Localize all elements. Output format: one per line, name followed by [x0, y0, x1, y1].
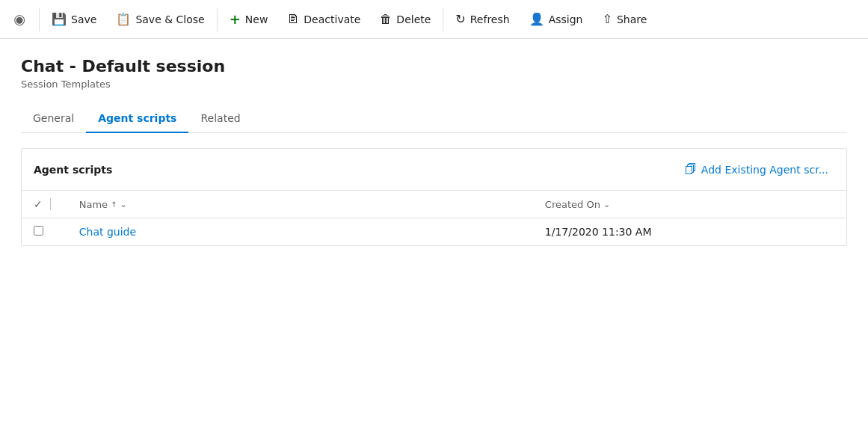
table-row: Chat guide 1/17/2020 11:30 AM — [22, 218, 846, 246]
section-title: Agent scripts — [34, 164, 112, 176]
row-name-link[interactable]: Chat guide — [79, 226, 136, 238]
column-divider — [50, 198, 51, 210]
save-icon: 💾 — [52, 13, 67, 25]
section-header: Agent scripts 🗍 Add Existing Agent scr..… — [22, 149, 846, 191]
column-created-on[interactable]: Created On ⌄ — [533, 191, 846, 218]
refresh-button[interactable]: ↻ Refresh — [446, 9, 518, 30]
page-title: Chat - Default session — [21, 57, 847, 76]
add-existing-label: Add Existing Agent scr... — [701, 164, 828, 176]
save-close-button[interactable]: 📋 Save & Close — [107, 9, 213, 30]
toolbar-separator-3 — [443, 7, 443, 31]
add-existing-icon: 🗍 — [685, 162, 697, 176]
check-icon[interactable]: ✓ — [34, 198, 43, 210]
deactivate-icon: 🖹 — [287, 13, 299, 25]
assign-label: Assign — [549, 13, 583, 25]
share-label: Share — [617, 13, 647, 25]
share-button[interactable]: ⇧ Share — [593, 9, 656, 30]
save-button[interactable]: 💾 Save — [43, 9, 105, 30]
delete-icon: 🗑 — [380, 13, 392, 25]
column-check: ✓ — [22, 191, 67, 218]
new-label: New — [245, 13, 268, 25]
toolbar-separator-2 — [217, 7, 218, 31]
deactivate-button[interactable]: 🖹 Deactivate — [278, 9, 369, 30]
name-chevron-down-icon[interactable]: ⌄ — [120, 200, 126, 209]
share-icon: ⇧ — [602, 13, 612, 25]
assign-icon: 👤 — [529, 13, 544, 25]
created-on-chevron-down-icon[interactable]: ⌄ — [603, 200, 610, 209]
add-existing-button[interactable]: 🗍 Add Existing Agent scr... — [679, 159, 834, 179]
assign-button[interactable]: 👤 Assign — [520, 9, 592, 30]
refresh-label: Refresh — [470, 13, 510, 25]
tab-agent-scripts[interactable]: Agent scripts — [86, 105, 188, 133]
tabs-container: General Agent scripts Related — [21, 105, 847, 133]
page-subtitle: Session Templates — [21, 79, 847, 90]
toolbar-separator-1 — [39, 7, 40, 31]
refresh-icon: ↻ — [455, 13, 465, 25]
deactivate-label: Deactivate — [304, 13, 360, 25]
save-label: Save — [71, 13, 96, 25]
tab-general[interactable]: General — [21, 105, 86, 133]
name-sort-icons[interactable]: ↑ — [111, 200, 117, 209]
page-content: Chat - Default session Session Templates… — [0, 39, 868, 246]
delete-label: Delete — [396, 13, 431, 25]
row-check-cell[interactable] — [22, 218, 67, 246]
delete-button[interactable]: 🗑 Delete — [371, 9, 440, 30]
column-name-label: Name — [79, 199, 108, 210]
toolbar: ◉ 💾 Save 📋 Save & Close + New 🖹 Deactiva… — [0, 0, 868, 39]
row-checkbox[interactable] — [34, 226, 43, 236]
new-button[interactable]: + New — [221, 8, 277, 31]
save-close-label: Save & Close — [135, 13, 204, 25]
agent-scripts-section: Agent scripts 🗍 Add Existing Agent scr..… — [21, 148, 847, 246]
sort-asc-icon: ↑ — [111, 200, 117, 209]
row-created-cell: 1/17/2020 11:30 AM — [533, 218, 846, 246]
table-header-row: ✓ Name ↑ ⌄ — [22, 191, 846, 218]
column-name[interactable]: Name ↑ ⌄ — [67, 191, 533, 218]
new-icon: + — [230, 13, 241, 26]
column-created-label: Created On — [545, 199, 600, 210]
row-name-cell: Chat guide — [67, 218, 533, 246]
agent-scripts-table: ✓ Name ↑ ⌄ — [22, 191, 846, 245]
back-icon: ◉ — [13, 11, 25, 27]
back-button[interactable]: ◉ — [6, 6, 33, 33]
tab-related[interactable]: Related — [188, 105, 252, 133]
save-close-icon: 📋 — [116, 13, 131, 25]
